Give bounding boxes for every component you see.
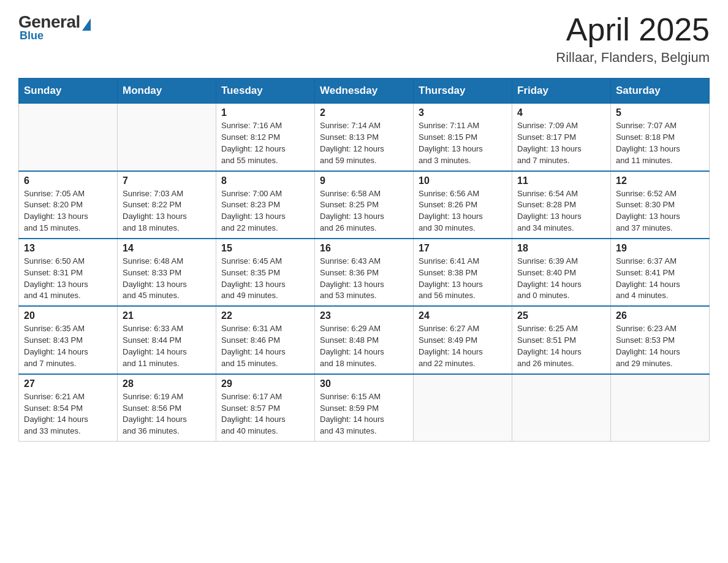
calendar-week-row: 1Sunrise: 7:16 AM Sunset: 8:12 PM Daylig…: [19, 104, 710, 171]
weekday-header-thursday: Thursday: [414, 79, 512, 104]
calendar-cell: 2Sunrise: 7:14 AM Sunset: 8:13 PM Daylig…: [315, 104, 414, 171]
day-info: Sunrise: 6:25 AM Sunset: 8:51 PM Dayligh…: [517, 323, 605, 369]
day-number: 26: [616, 310, 704, 321]
day-info: Sunrise: 6:19 AM Sunset: 8:56 PM Dayligh…: [123, 391, 211, 437]
calendar-cell: 30Sunrise: 6:15 AM Sunset: 8:59 PM Dayli…: [315, 374, 414, 442]
day-info: Sunrise: 6:45 AM Sunset: 8:35 PM Dayligh…: [221, 256, 309, 302]
day-number: 4: [517, 107, 605, 118]
day-number: 10: [419, 175, 507, 186]
calendar-cell: [118, 104, 216, 171]
day-info: Sunrise: 6:17 AM Sunset: 8:57 PM Dayligh…: [221, 391, 309, 437]
day-number: 16: [320, 243, 408, 254]
day-number: 13: [24, 243, 112, 254]
calendar-cell: [512, 374, 611, 442]
day-info: Sunrise: 6:41 AM Sunset: 8:38 PM Dayligh…: [419, 256, 507, 302]
day-number: 6: [24, 175, 112, 186]
calendar-week-row: 6Sunrise: 7:05 AM Sunset: 8:20 PM Daylig…: [19, 171, 710, 239]
weekday-header-tuesday: Tuesday: [216, 79, 315, 104]
calendar-cell: [611, 374, 710, 442]
day-number: 3: [419, 107, 507, 118]
calendar-cell: 1Sunrise: 7:16 AM Sunset: 8:12 PM Daylig…: [216, 104, 315, 171]
day-info: Sunrise: 6:43 AM Sunset: 8:36 PM Dayligh…: [320, 256, 408, 302]
day-info: Sunrise: 6:33 AM Sunset: 8:44 PM Dayligh…: [123, 323, 211, 369]
weekday-header-sunday: Sunday: [19, 79, 118, 104]
calendar-cell: 29Sunrise: 6:17 AM Sunset: 8:57 PM Dayli…: [216, 374, 315, 442]
day-info: Sunrise: 6:56 AM Sunset: 8:26 PM Dayligh…: [419, 188, 507, 234]
logo-triangle-icon: [82, 18, 91, 31]
day-info: Sunrise: 6:54 AM Sunset: 8:28 PM Dayligh…: [517, 188, 605, 234]
calendar-cell: 5Sunrise: 7:07 AM Sunset: 8:18 PM Daylig…: [611, 104, 710, 171]
day-info: Sunrise: 7:00 AM Sunset: 8:23 PM Dayligh…: [221, 188, 309, 234]
weekday-header-saturday: Saturday: [611, 79, 710, 104]
calendar-cell: 22Sunrise: 6:31 AM Sunset: 8:46 PM Dayli…: [216, 306, 315, 373]
calendar-week-row: 13Sunrise: 6:50 AM Sunset: 8:31 PM Dayli…: [19, 239, 710, 306]
title-section: April 2025 Rillaar, Flanders, Belgium: [556, 12, 710, 66]
day-number: 29: [221, 378, 309, 389]
calendar-cell: 14Sunrise: 6:48 AM Sunset: 8:33 PM Dayli…: [118, 239, 216, 306]
calendar-cell: 13Sunrise: 6:50 AM Sunset: 8:31 PM Dayli…: [19, 239, 118, 306]
day-number: 11: [517, 175, 605, 186]
calendar-cell: 23Sunrise: 6:29 AM Sunset: 8:48 PM Dayli…: [315, 306, 414, 373]
day-number: 1: [221, 107, 309, 118]
calendar-cell: 19Sunrise: 6:37 AM Sunset: 8:41 PM Dayli…: [611, 239, 710, 306]
calendar-cell: 21Sunrise: 6:33 AM Sunset: 8:44 PM Dayli…: [118, 306, 216, 373]
weekday-header-wednesday: Wednesday: [315, 79, 414, 104]
day-info: Sunrise: 7:09 AM Sunset: 8:17 PM Dayligh…: [517, 120, 605, 166]
calendar-cell: [19, 104, 118, 171]
day-number: 2: [320, 107, 408, 118]
calendar-cell: [414, 374, 512, 442]
day-number: 25: [517, 310, 605, 321]
day-info: Sunrise: 6:48 AM Sunset: 8:33 PM Dayligh…: [123, 256, 211, 302]
day-info: Sunrise: 6:39 AM Sunset: 8:40 PM Dayligh…: [517, 256, 605, 302]
day-info: Sunrise: 7:14 AM Sunset: 8:13 PM Dayligh…: [320, 120, 408, 166]
calendar-cell: 9Sunrise: 6:58 AM Sunset: 8:25 PM Daylig…: [315, 171, 414, 239]
weekday-header-monday: Monday: [118, 79, 216, 104]
calendar-cell: 25Sunrise: 6:25 AM Sunset: 8:51 PM Dayli…: [512, 306, 611, 373]
day-info: Sunrise: 6:15 AM Sunset: 8:59 PM Dayligh…: [320, 391, 408, 437]
day-info: Sunrise: 7:07 AM Sunset: 8:18 PM Dayligh…: [616, 120, 704, 166]
calendar-week-row: 27Sunrise: 6:21 AM Sunset: 8:54 PM Dayli…: [19, 374, 710, 442]
day-number: 27: [24, 378, 112, 389]
day-number: 5: [616, 107, 704, 118]
month-year-title: April 2025: [556, 12, 710, 47]
calendar-cell: 7Sunrise: 7:03 AM Sunset: 8:22 PM Daylig…: [118, 171, 216, 239]
day-number: 28: [123, 378, 211, 389]
day-number: 17: [419, 243, 507, 254]
day-number: 22: [221, 310, 309, 321]
day-number: 9: [320, 175, 408, 186]
day-number: 14: [123, 243, 211, 254]
day-number: 30: [320, 378, 408, 389]
calendar-cell: 3Sunrise: 7:11 AM Sunset: 8:15 PM Daylig…: [414, 104, 512, 171]
day-info: Sunrise: 6:31 AM Sunset: 8:46 PM Dayligh…: [221, 323, 309, 369]
logo: General Blue: [18, 12, 91, 42]
calendar-cell: 10Sunrise: 6:56 AM Sunset: 8:26 PM Dayli…: [414, 171, 512, 239]
calendar-cell: 6Sunrise: 7:05 AM Sunset: 8:20 PM Daylig…: [19, 171, 118, 239]
day-info: Sunrise: 7:16 AM Sunset: 8:12 PM Dayligh…: [221, 120, 309, 166]
day-info: Sunrise: 6:23 AM Sunset: 8:53 PM Dayligh…: [616, 323, 704, 369]
calendar-cell: 28Sunrise: 6:19 AM Sunset: 8:56 PM Dayli…: [118, 374, 216, 442]
day-number: 21: [123, 310, 211, 321]
calendar-cell: 8Sunrise: 7:00 AM Sunset: 8:23 PM Daylig…: [216, 171, 315, 239]
day-number: 8: [221, 175, 309, 186]
weekday-header-row: SundayMondayTuesdayWednesdayThursdayFrid…: [19, 79, 710, 104]
day-info: Sunrise: 6:27 AM Sunset: 8:49 PM Dayligh…: [419, 323, 507, 369]
calendar-table: SundayMondayTuesdayWednesdayThursdayFrid…: [18, 78, 710, 442]
day-number: 7: [123, 175, 211, 186]
day-info: Sunrise: 7:05 AM Sunset: 8:20 PM Dayligh…: [24, 188, 112, 234]
day-info: Sunrise: 6:35 AM Sunset: 8:43 PM Dayligh…: [24, 323, 112, 369]
logo-blue-text: Blue: [18, 29, 44, 42]
day-info: Sunrise: 7:11 AM Sunset: 8:15 PM Dayligh…: [419, 120, 507, 166]
calendar-cell: 4Sunrise: 7:09 AM Sunset: 8:17 PM Daylig…: [512, 104, 611, 171]
day-info: Sunrise: 6:50 AM Sunset: 8:31 PM Dayligh…: [24, 256, 112, 302]
calendar-cell: 27Sunrise: 6:21 AM Sunset: 8:54 PM Dayli…: [19, 374, 118, 442]
calendar-cell: 16Sunrise: 6:43 AM Sunset: 8:36 PM Dayli…: [315, 239, 414, 306]
calendar-cell: 18Sunrise: 6:39 AM Sunset: 8:40 PM Dayli…: [512, 239, 611, 306]
calendar-cell: 15Sunrise: 6:45 AM Sunset: 8:35 PM Dayli…: [216, 239, 315, 306]
day-info: Sunrise: 6:58 AM Sunset: 8:25 PM Dayligh…: [320, 188, 408, 234]
calendar-cell: 26Sunrise: 6:23 AM Sunset: 8:53 PM Dayli…: [611, 306, 710, 373]
day-number: 18: [517, 243, 605, 254]
calendar-cell: 24Sunrise: 6:27 AM Sunset: 8:49 PM Dayli…: [414, 306, 512, 373]
day-info: Sunrise: 6:21 AM Sunset: 8:54 PM Dayligh…: [24, 391, 112, 437]
day-number: 15: [221, 243, 309, 254]
day-number: 20: [24, 310, 112, 321]
